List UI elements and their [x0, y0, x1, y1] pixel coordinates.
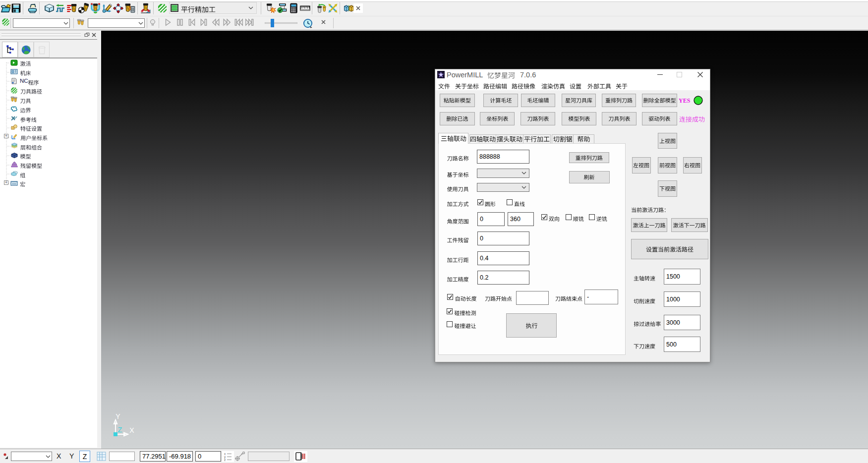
svg-text:z: z: [224, 458, 226, 461]
svg-text:Z: Z: [118, 426, 122, 434]
svg-text:Y: Y: [116, 412, 120, 420]
svg-text:X: X: [129, 426, 134, 434]
